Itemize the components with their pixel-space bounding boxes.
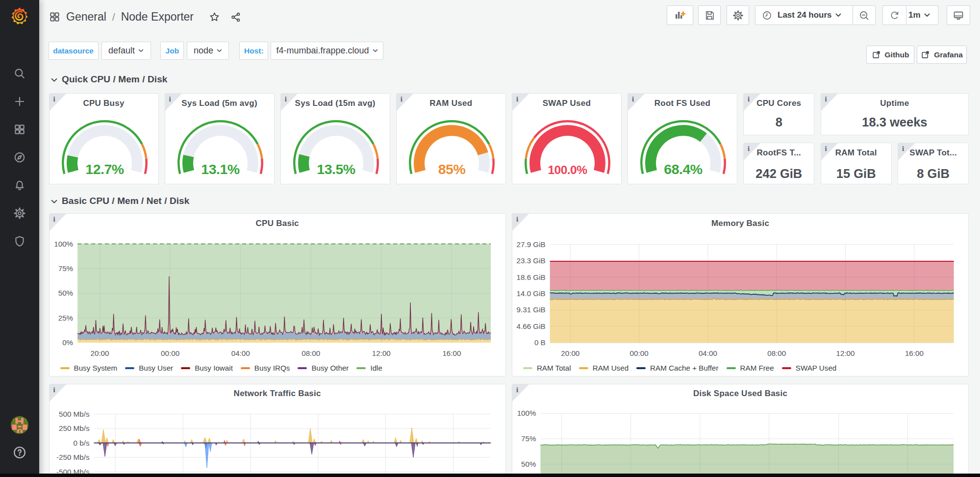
svg-text:12:00: 12:00 [372, 349, 390, 357]
svg-text:13.1%: 13.1% [201, 161, 239, 177]
svg-text:20:00: 20:00 [90, 349, 109, 357]
svg-text:14.0 GiB: 14.0 GiB [516, 289, 545, 298]
svg-text:85%: 85% [438, 161, 466, 177]
svg-text:00:00: 00:00 [161, 349, 179, 357]
svg-text:100%: 100% [517, 409, 536, 417]
svg-text:100%: 100% [54, 240, 73, 248]
svg-text:12:00: 12:00 [836, 349, 854, 357]
svg-text:12.7%: 12.7% [85, 161, 124, 177]
svg-text:16:00: 16:00 [905, 349, 924, 357]
svg-text:23.3 GiB: 23.3 GiB [516, 256, 545, 265]
svg-text:0 b/s: 0 b/s [73, 439, 89, 447]
svg-text:27.9 GiB: 27.9 GiB [516, 240, 545, 249]
svg-text:13.5%: 13.5% [317, 161, 355, 177]
svg-text:16:00: 16:00 [442, 349, 461, 357]
svg-text:08:00: 08:00 [767, 349, 786, 357]
svg-text:75%: 75% [521, 434, 536, 443]
svg-text:04:00: 04:00 [231, 349, 250, 357]
svg-text:250 Mb/s: 250 Mb/s [59, 424, 90, 432]
svg-text:500 Mb/s: 500 Mb/s [59, 410, 90, 418]
svg-text:68.4%: 68.4% [664, 161, 702, 177]
svg-text:4.66 GiB: 4.66 GiB [516, 322, 545, 330]
svg-text:9.31 GiB: 9.31 GiB [516, 305, 545, 314]
svg-text:25%: 25% [58, 314, 73, 322]
svg-text:75%: 75% [58, 264, 73, 273]
svg-text:50%: 50% [58, 289, 73, 297]
svg-text:08:00: 08:00 [302, 349, 320, 357]
svg-text:04:00: 04:00 [699, 349, 717, 357]
svg-text:0%: 0% [62, 338, 73, 347]
svg-text:00:00: 00:00 [629, 349, 648, 357]
svg-text:100.0%: 100.0% [548, 163, 587, 176]
svg-text:-250 Mb/s: -250 Mb/s [56, 453, 89, 461]
svg-text:50%: 50% [521, 460, 536, 468]
svg-text:0 B: 0 B [534, 338, 546, 347]
svg-text:18.6 GiB: 18.6 GiB [516, 273, 545, 281]
svg-text:20:00: 20:00 [561, 349, 579, 357]
